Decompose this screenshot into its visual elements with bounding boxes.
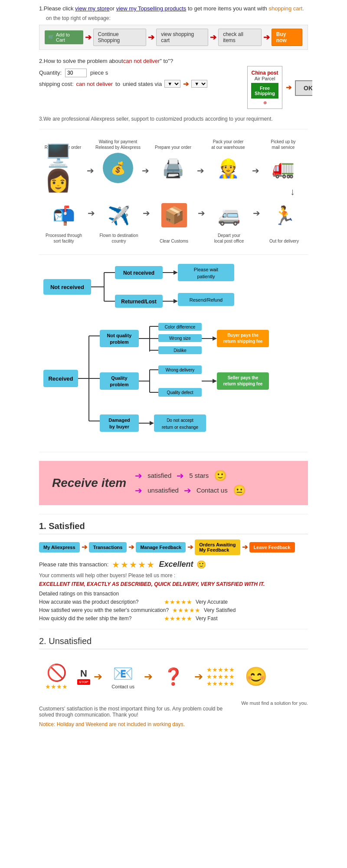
qty-input[interactable] [65,69,87,77]
proc-icon-2: 💰 [100,152,137,184]
svg-text:Resend/Refund: Resend/Refund [190,297,223,302]
arrow-satisfied: ➔ [135,470,142,481]
fb-arrow3: ➔ [187,543,193,551]
excellent-item: EXCELLENT ITEM, EXACTLY AS DESCRIBED, QU… [39,581,308,587]
happy-emoji: 😊 [245,666,267,687]
rating2-label: How satisfied were you with the seller's… [39,607,169,613]
satisfied-title: 1. Satisfied [39,521,308,534]
view-store-link[interactable]: view my store [75,5,109,12]
svg-text:Received: Received [48,375,73,382]
china-post-title: China post [251,70,278,76]
pieces-label: piece s [90,69,108,76]
divider2 [39,254,308,255]
arrow2: ➔ [148,33,154,42]
divider1 [39,129,308,129]
section-1: 1.Please click view my storeor view my T… [39,4,308,50]
satisfied-section: 1. Satisfied My Aliexpress ➔ Transaction… [39,521,308,622]
section2-container: Quantity: piece s shipping cost: can not… [39,66,308,109]
proc-arrow-6: ➔ [198,199,205,227]
svg-rect-44 [100,372,139,390]
fb-arrow2: ➔ [128,543,134,551]
option-dropdown[interactable]: ▼ [191,80,207,88]
fb-step-4[interactable]: Orders AwaitingMy Feedback [195,539,240,555]
fb-step-2[interactable]: Transactions [89,542,127,552]
notice-text: Notice: Holiday and Weekend are not incl… [39,721,232,727]
arrow-unsat3: ➔ [194,671,203,683]
proc-item-6: 🏃 Out for delivery [260,199,308,246]
check-items-btn[interactable]: check all items [218,29,262,46]
arrow-unsat1: ➔ [94,671,102,683]
rating-row-3: How quickly did the seller ship the item… [39,615,308,622]
proc-item-7: 🚐 Depart yourlocal post office [205,199,253,246]
fb-step-1[interactable]: My Aliexpress [39,542,80,552]
divider5 [39,629,308,629]
svg-text:Damaged: Damaged [108,418,130,423]
svg-marker-11 [174,270,178,275]
proc-item-8: 📦 Clear Customs [150,199,198,246]
proc-item-9: ✈️ Flown to destinationcountry [95,199,143,246]
fb-step-5[interactable]: Leave Feedback [249,542,295,552]
received-chart: Received Not quality problem Color diffe… [39,322,308,445]
qty-row: Quantity: piece s [39,69,239,77]
svg-text:Please wait: Please wait [194,267,218,272]
view-cart-btn[interactable]: view shopping cart [156,29,208,46]
contact-label: Contact us [196,487,228,494]
china-post-box: China post Air Parcel Free Shipping ⊕ [247,66,282,109]
continue-shopping-btn[interactable]: Continue Shopping [93,29,147,46]
shopping-cart-link[interactable]: shopping cart. [268,5,304,12]
china-post-flow: China post Air Parcel Free Shipping ⊕ ➔ … [247,66,308,109]
proc-icon-10: 📬 [46,199,82,232]
section2-left: Quantity: piece s shipping cost: can not… [39,66,239,90]
buy-now-btn[interactable]: Buy now [272,29,302,46]
receive-title: Receive item [52,476,126,490]
section-3: 3.We are professional Aliexpress seller,… [39,116,308,122]
rate-row: Please rate this transaction: ★★★★★ Exce… [39,559,308,570]
proc-arrow-8: ➔ [88,199,95,227]
proc-item-3: Prepare your order 🖨️ [149,138,197,184]
proc-icon-3: 🖨️ [155,152,192,184]
divider3 [39,452,308,452]
air-parcel-label: Air Parcel [251,76,278,81]
proc-arrow-1: ➔ [87,165,94,184]
svg-text:Not received: Not received [50,284,84,290]
arrow-to-ok: ➔ [286,83,291,92]
svg-rect-57 [217,372,269,390]
add-to-cart-label: Add to Cart [56,32,80,43]
proc-item-10: 📬 Processed throughsort facility [40,199,88,246]
not-received-chart: Not received Not received Returned/Lost … [39,262,308,315]
svg-text:Not quality: Not quality [107,333,132,338]
add-to-cart-icon: 🛒 Add to Cart [45,30,83,44]
excellent-text: Excellent [159,560,193,569]
rating2-value: Very Satisfied [204,607,236,613]
cart-steps-bar: 🛒 Add to Cart ➔ Continue Shopping ➔ view… [39,25,308,50]
process-flow: Receive your order 🖥️👩 ➔ Waiting for pay… [39,138,308,246]
svg-text:Dislike: Dislike [174,348,187,353]
fb-step-3[interactable]: Manage Feedback [136,542,186,552]
unsat-flow: 🚫 ★★★★ N STOP ➔ 📧 Contact us ➔ ❓ ➔ ★★★★★… [39,654,308,699]
svg-text:patiently: patiently [197,274,215,279]
proc-icon-7: 🚐 [211,199,248,232]
fb-arrow4: ➔ [242,543,248,551]
solution-text: We must find a solution for you. [241,700,308,706]
proc-label-4: Pack your orderat our warehouse [211,138,245,150]
svg-text:return shipping fee: return shipping fee [223,381,263,386]
process-row1: Receive your order 🖥️👩 ➔ Waiting for pay… [39,138,308,184]
svg-text:Wrong delivery: Wrong delivery [166,368,195,372]
proc-icon-4: 👷 [210,152,247,184]
rating-row-1: How accurate was the product description… [39,598,308,605]
ok-button[interactable]: OK [295,80,312,96]
svg-text:Buyer pays the: Buyer pays the [227,333,259,338]
svg-text:problem: problem [110,382,129,387]
emoji-happy: 🙂 [214,470,227,482]
svg-marker-65 [150,421,154,425]
unsatisfied-title: 2. Unsatisfied [39,636,308,649]
proc-icon-6: 🏃 [266,199,303,232]
proc-label-6: Out for delivery [269,232,299,244]
arrow-shipping: ➔ [183,80,189,88]
svg-text:Do not accept: Do not accept [167,418,193,423]
rating3-stars: ★★★★★ [164,615,192,622]
view-topselling-link[interactable]: view my Topselling products [116,5,187,12]
svg-text:problem: problem [110,339,129,345]
china-post-section: China post Air Parcel Free Shipping ⊕ ➔ … [247,66,308,109]
shipping-dropdown[interactable]: ▼ [164,80,180,88]
